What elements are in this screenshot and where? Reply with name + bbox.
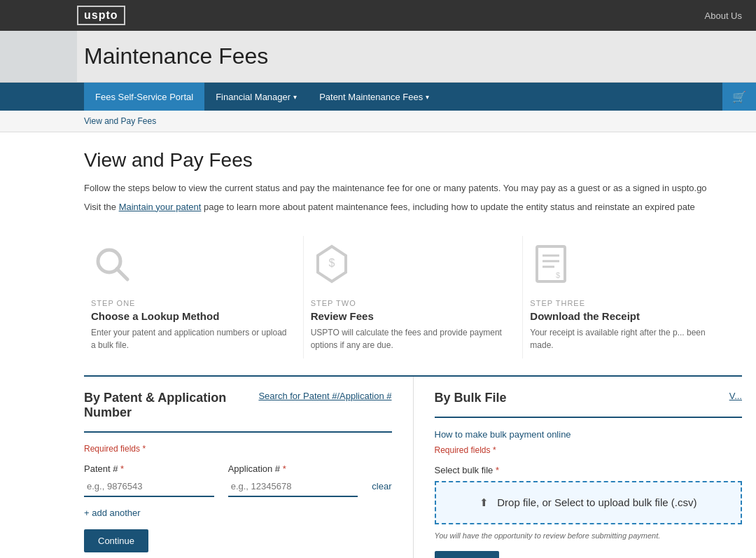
drop-zone[interactable]: ⬆ Drop file, or Select to upload bulk fi… [435, 481, 743, 524]
intro-text-2: Visit the Maintain your patent page to l… [84, 200, 742, 215]
step-three-title: Download the Receipt [530, 310, 728, 322]
nav-patent-maintenance[interactable]: Patent Maintenance Fees ▾ [308, 83, 440, 111]
bulk-file-section: By Bulk File V... How to make bulk payme… [414, 377, 743, 558]
patent-app-row: Patent # * Application # * clear [84, 463, 392, 497]
left-col-divider [84, 431, 392, 433]
upload-icon: ⬆ [479, 496, 489, 508]
left-col-title: By Patent & Application Number [84, 391, 258, 420]
site-title: Maintenance Fees [84, 43, 742, 69]
breadcrumb-link[interactable]: View and Pay Fees [84, 116, 156, 126]
search-patent-link[interactable]: Search for Patent #/Application # [258, 391, 391, 401]
patent-number-input[interactable] [84, 477, 214, 497]
right-col-title: By Bulk File [435, 391, 507, 405]
add-another-link[interactable]: + add another [84, 508, 141, 518]
main-content: View and Pay Fees Follow the steps below… [0, 132, 756, 558]
step-three-desc: Your receipt is available right after th… [530, 326, 728, 351]
app-required-mark: * [283, 463, 286, 474]
select-file-label: Select bulk file * [435, 465, 743, 475]
patent-number-label: Patent # * [84, 463, 214, 474]
step-one-icon [91, 243, 289, 293]
application-number-group: Application # * [228, 463, 358, 497]
svg-line-1 [117, 269, 127, 279]
site-header: Maintenance Fees [0, 31, 756, 83]
step-one-title: Choose a Lookup Method [91, 310, 289, 322]
drop-hint: You will have the opportunity to review … [435, 531, 743, 540]
step-one: STEP ONE Choose a Lookup Method Enter yo… [84, 236, 304, 358]
breadcrumb: View and Pay Fees [0, 111, 756, 132]
step-two-title: Review Fees [311, 310, 509, 322]
patent-number-group: Patent # * [84, 463, 214, 497]
maintain-patent-link[interactable]: Maintain your patent [119, 202, 202, 212]
main-navigation: Fees Self-Service Portal Financial Manag… [0, 83, 756, 111]
logo-area: uspto [77, 0, 125, 31]
clear-link[interactable]: clear [372, 481, 391, 497]
patent-maintenance-chevron: ▾ [426, 93, 429, 101]
svg-text:$: $ [556, 271, 560, 279]
about-us-link[interactable]: About Us [705, 11, 742, 21]
left-required-note: Required fields * [84, 444, 392, 454]
nav-financial-manager[interactable]: Financial Manager ▾ [204, 83, 308, 111]
step-three-label: STEP THREE [530, 299, 728, 307]
right-continue-button[interactable]: Continue [435, 551, 499, 558]
top-nav-links: About Us [705, 11, 742, 21]
view-more-link[interactable]: V... [729, 391, 742, 401]
drop-text: Drop file, or Select to upload bulk file… [497, 496, 696, 508]
step-two-label: STEP TWO [311, 299, 509, 307]
intro-text-1: Follow the steps below to view the curre… [84, 181, 742, 196]
application-number-label: Application # * [228, 463, 358, 474]
left-continue-button[interactable]: Continue [84, 529, 148, 552]
bulk-payment-link[interactable]: How to make bulk payment online [435, 429, 743, 440]
right-col-divider [435, 417, 743, 418]
step-three: $ STEP THREE Download the Receipt Your r… [523, 236, 742, 358]
svg-text:$: $ [328, 257, 335, 269]
right-required-note: Required fields * [435, 445, 743, 455]
step-one-desc: Enter your patent and application number… [91, 326, 289, 351]
financial-manager-chevron: ▾ [293, 93, 297, 101]
step-two-desc: USPTO will calculate the fees and provid… [311, 326, 509, 351]
uspto-logo: uspto [77, 6, 125, 25]
step-three-icon: $ [530, 243, 728, 293]
select-file-required: * [496, 465, 499, 475]
cart-icon[interactable]: 🛒 [722, 83, 756, 111]
left-col-header: By Patent & Application Number Search fo… [84, 391, 392, 420]
application-number-input[interactable] [228, 477, 358, 497]
top-navigation: uspto About Us [0, 0, 756, 31]
nav-fees-self-service[interactable]: Fees Self-Service Portal [84, 83, 204, 111]
step-two: $ STEP TWO Review Fees USPTO will calcul… [304, 236, 524, 358]
patent-required-mark: * [120, 463, 124, 474]
step-one-label: STEP ONE [91, 299, 289, 307]
form-section: By Patent & Application Number Search fo… [84, 375, 742, 558]
svg-rect-3 [537, 246, 565, 281]
right-col-header: By Bulk File V... [435, 391, 743, 405]
page-title: View and Pay Fees [84, 149, 742, 172]
steps-section: STEP ONE Choose a Lookup Method Enter yo… [84, 236, 742, 358]
patent-number-section: By Patent & Application Number Search fo… [84, 377, 414, 558]
step-two-icon: $ [311, 243, 509, 293]
